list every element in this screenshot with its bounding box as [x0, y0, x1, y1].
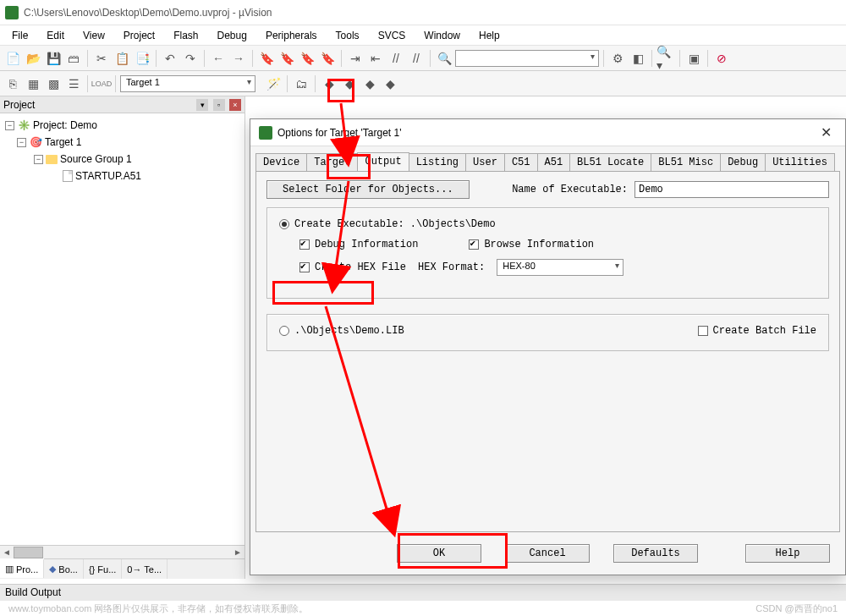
cancel-button[interactable]: Cancel [505, 544, 590, 563]
expand-icon[interactable]: − [17, 138, 26, 147]
tool-d-icon[interactable]: ◆ [340, 74, 359, 93]
scroll-thumb[interactable] [14, 547, 43, 558]
tool-b-icon[interactable]: ▣ [684, 49, 703, 68]
tree-group[interactable]: Source Group 1 [60, 153, 132, 165]
browse-info-checkbox[interactable]: Browse Information [469, 239, 594, 250]
nav-fwd-icon[interactable]: → [229, 49, 248, 68]
cut-icon[interactable]: ✂ [92, 49, 111, 68]
paste-icon[interactable]: 📑 [133, 49, 151, 68]
nav-back-icon[interactable]: ← [209, 49, 228, 68]
menu-project[interactable]: Project [115, 28, 163, 43]
project-tree[interactable]: −✳️Project: Demo −🎯Target 1 −Source Grou… [0, 113, 244, 545]
tab-user[interactable]: User [465, 153, 505, 172]
tool-c-icon[interactable]: ◆ [320, 74, 338, 93]
menu-svcs[interactable]: SVCS [370, 28, 415, 43]
bookmark2-icon[interactable]: 🔖 [277, 49, 296, 68]
tab-bl51-misc[interactable]: BL51 Misc [651, 153, 721, 172]
tab-templates[interactable]: 0→ Te... [122, 559, 168, 579]
executable-name-input[interactable] [634, 181, 829, 198]
tree-project[interactable]: Project: Demo [33, 119, 97, 131]
menu-flash[interactable]: Flash [165, 28, 206, 43]
tab-c51[interactable]: C51 [504, 153, 538, 172]
menu-help[interactable]: Help [470, 28, 508, 43]
menu-view[interactable]: View [74, 28, 113, 43]
manage-icon[interactable]: 🗂 [292, 74, 310, 93]
tab-target[interactable]: Target [306, 153, 358, 172]
open-icon[interactable]: 📂 [24, 49, 42, 68]
hex-format-label: HEX Format: [418, 261, 485, 273]
new-file-icon[interactable]: 📄 [3, 49, 22, 68]
options-icon[interactable]: 🪄 [264, 74, 283, 93]
tab-output[interactable]: Output [357, 152, 409, 172]
expand-icon[interactable]: − [5, 121, 14, 130]
tab-bl51-locate[interactable]: BL51 Locate [569, 153, 651, 172]
download-icon[interactable]: LOAD [92, 74, 111, 93]
translate-icon[interactable]: ⎘ [3, 74, 22, 93]
build-icon[interactable]: ▦ [24, 74, 42, 93]
create-executable-radio[interactable]: Create Executable: .\Objects\Demo [279, 218, 496, 230]
tool-f-icon[interactable]: ◆ [381, 74, 399, 93]
find-in-files-icon[interactable]: 🔍 [435, 49, 453, 68]
dialog-close-button[interactable]: ✕ [816, 124, 837, 140]
tab-device[interactable]: Device [255, 153, 307, 172]
tab-debug[interactable]: Debug [720, 153, 766, 172]
indent-icon[interactable]: ⇥ [346, 49, 365, 68]
save-all-icon[interactable]: 🗃 [64, 49, 83, 68]
select-folder-button[interactable]: Select Folder for Objects... [266, 180, 470, 199]
pane-pin-icon[interactable]: ▫ [213, 99, 225, 111]
create-hex-checkbox[interactable]: Create HEX File [299, 261, 406, 273]
project-scrollbar-h[interactable]: ◄ ► [0, 545, 244, 558]
uncomment-icon[interactable]: // [407, 49, 426, 68]
tab-project[interactable]: ▥Pro... [0, 558, 44, 578]
app-icon [5, 6, 19, 19]
tab-utilities[interactable]: Utilities [765, 153, 835, 172]
tree-file[interactable]: STARTUP.A51 [75, 170, 141, 182]
ok-button[interactable]: OK [397, 544, 481, 563]
menu-window[interactable]: Window [415, 28, 469, 43]
stop-icon[interactable]: ⊘ [712, 49, 731, 68]
create-library-radio[interactable]: .\Objects\Demo.LIB [279, 325, 404, 337]
tab-listing[interactable]: Listing [409, 153, 466, 172]
tab-a51[interactable]: A51 [537, 153, 571, 172]
create-batch-checkbox[interactable]: Create Batch File [698, 325, 816, 337]
redo-icon[interactable]: ↷ [181, 49, 200, 68]
debug-info-checkbox[interactable]: Debug Information [299, 239, 418, 250]
project-icon: ✳️ [17, 118, 30, 132]
scroll-left-icon[interactable]: ◄ [0, 547, 14, 557]
tool-a-icon[interactable]: ◧ [629, 49, 647, 68]
expand-icon[interactable]: − [34, 155, 43, 164]
tree-target[interactable]: Target 1 [45, 136, 81, 148]
tab-functions[interactable]: {} Fu... [84, 559, 122, 579]
save-icon[interactable]: 💾 [44, 49, 63, 68]
copy-icon[interactable]: 📋 [113, 49, 131, 68]
defaults-button[interactable]: Defaults [613, 544, 698, 563]
menu-debug[interactable]: Debug [209, 28, 255, 43]
tab-books[interactable]: ◆Bo... [44, 559, 84, 579]
outdent-icon[interactable]: ⇤ [366, 49, 385, 68]
comment-icon[interactable]: // [387, 49, 405, 68]
help-button[interactable]: Help [745, 544, 830, 563]
hex-format-combo[interactable]: HEX-80 [497, 259, 624, 276]
bookmark3-icon[interactable]: 🔖 [298, 49, 316, 68]
search-icon[interactable]: 🔍▾ [656, 49, 675, 68]
undo-icon[interactable]: ↶ [161, 49, 179, 68]
menu-peripherals[interactable]: Peripherals [257, 28, 326, 43]
tool-e-icon[interactable]: ◆ [360, 74, 379, 93]
find-combo[interactable] [455, 50, 599, 67]
rebuild-icon[interactable]: ▩ [44, 74, 63, 93]
file-icon [63, 170, 73, 182]
batch-build-icon[interactable]: ☰ [64, 74, 83, 93]
books-tab-icon: ◆ [49, 564, 56, 575]
bookmark1-icon[interactable]: 🔖 [257, 49, 276, 68]
menu-file[interactable]: File [3, 28, 36, 43]
pane-menu-icon[interactable]: ▾ [196, 99, 208, 111]
target-combo[interactable]: Target 1 [120, 75, 255, 92]
debug-config-icon[interactable]: ⚙ [608, 49, 627, 68]
toolbar-build: ⎘ ▦ ▩ ☰ LOAD Target 1 🪄 🗂 ◆ ◆ ◆ ◆ [0, 71, 846, 96]
menu-edit[interactable]: Edit [38, 28, 73, 43]
menu-tools[interactable]: Tools [327, 28, 368, 43]
bookmark4-icon[interactable]: 🔖 [318, 49, 337, 68]
menu-bar: File Edit View Project Flash Debug Perip… [0, 25, 846, 46]
scroll-right-icon[interactable]: ► [231, 547, 244, 557]
pane-close-icon[interactable]: × [229, 99, 241, 111]
